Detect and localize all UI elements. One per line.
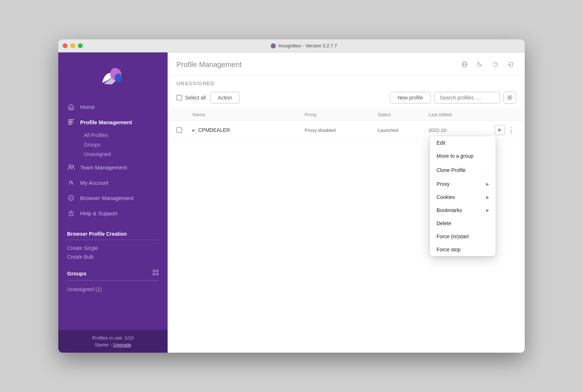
browser-management-label: Browser Management xyxy=(80,195,134,201)
app-body: Home Profile Management All Profiles Gro… xyxy=(58,52,525,353)
my-account-icon xyxy=(67,179,75,187)
minimize-button[interactable] xyxy=(70,43,75,48)
row-proxy: Proxy disabled xyxy=(305,128,377,133)
close-button[interactable] xyxy=(63,43,67,48)
traffic-lights xyxy=(63,43,83,48)
svg-rect-3 xyxy=(70,107,72,110)
help-support-label: Help & Support xyxy=(80,210,117,216)
profiles-in-use: Profiles in use: 1/10 xyxy=(67,335,159,341)
context-menu: Edit Move to a group Clone Profile · Pro… xyxy=(430,136,496,256)
refresh-icon-btn[interactable] xyxy=(459,59,470,70)
upgrade-link[interactable]: Upgrade xyxy=(113,342,131,348)
context-menu-item-clone-profile[interactable]: Clone Profile · xyxy=(430,162,496,177)
reload-icon xyxy=(492,61,498,68)
sidebar-item-my-account[interactable]: My Account xyxy=(58,175,168,190)
reload-btn[interactable] xyxy=(490,59,501,70)
team-management-icon xyxy=(67,163,75,171)
sidebar-nav: Home Profile Management All Profiles Gro… xyxy=(58,99,168,224)
app-logo xyxy=(98,63,128,92)
row-run-button[interactable] xyxy=(495,125,505,135)
row-last-edited: 2022-10- xyxy=(429,128,494,133)
help-support-icon xyxy=(67,209,75,217)
sidebar-item-help-support[interactable]: Help & Support xyxy=(58,205,168,221)
clone-badge: · xyxy=(487,166,489,174)
col-header-name: Name xyxy=(192,112,305,117)
home-label: Home xyxy=(80,104,95,110)
logout-icon xyxy=(507,61,514,68)
profile-management-icon xyxy=(67,118,75,126)
browser-profile-creation-title: Browser Profile Creation xyxy=(67,231,159,237)
groups-edit-icon[interactable] xyxy=(152,269,159,277)
context-menu-item-force-restart[interactable]: Force (re)start xyxy=(430,230,496,243)
svg-marker-16 xyxy=(498,128,501,132)
logout-btn[interactable] xyxy=(505,59,516,70)
page-title: Profile Management xyxy=(176,60,242,69)
team-management-label: Team Management xyxy=(80,164,127,170)
browser-management-icon xyxy=(67,194,75,202)
header-actions xyxy=(459,59,516,70)
groups-divider xyxy=(67,280,159,281)
bookmarks-chevron-icon: ▶ xyxy=(486,208,489,213)
select-all-label: Select all xyxy=(185,95,206,101)
row-menu-button[interactable]: ⋮ xyxy=(507,126,516,134)
action-button[interactable]: Action xyxy=(210,92,240,103)
profile-management-label: Profile Management xyxy=(80,119,132,125)
select-all-checkbox[interactable] xyxy=(176,95,182,101)
app-icon xyxy=(270,43,276,49)
sidebar-item-profile-management[interactable]: Profile Management xyxy=(58,114,168,130)
row-checkbox-wrapper[interactable] xyxy=(176,127,192,133)
toolbar-left: Select all Action xyxy=(176,92,240,103)
maximize-button[interactable] xyxy=(78,43,83,48)
col-header-proxy: Proxy xyxy=(305,112,377,117)
titlebar: Incognition - Version 3.2.7.7 xyxy=(58,39,525,52)
sidebar-subnav: All Profiles Groups Unassigned xyxy=(58,130,168,160)
sidebar: Home Profile Management All Profiles Gro… xyxy=(58,52,168,353)
context-menu-item-cookies[interactable]: Cookies ▶ xyxy=(430,191,496,204)
dark-mode-btn[interactable] xyxy=(474,59,485,70)
section-label: UNASSIGNED xyxy=(168,75,525,86)
search-input[interactable] xyxy=(434,92,500,103)
svg-point-0 xyxy=(271,43,276,48)
context-menu-item-move-to-group[interactable]: Move to a group xyxy=(430,149,496,162)
plan-info: Starter - Upgrade xyxy=(67,342,159,348)
context-menu-item-delete[interactable]: Delete xyxy=(430,217,496,230)
context-menu-item-bookmarks[interactable]: Bookmarks ▶ xyxy=(430,204,496,217)
sidebar-item-all-profiles[interactable]: All Profiles xyxy=(80,130,168,140)
svg-point-5 xyxy=(72,165,74,167)
row-name: ▶ CPMDEALER xyxy=(192,127,305,133)
section-divider xyxy=(67,240,159,240)
sidebar-item-unassigned[interactable]: Unassigned xyxy=(80,149,168,159)
settings-button[interactable] xyxy=(504,91,516,104)
svg-point-15 xyxy=(509,97,511,99)
context-menu-item-force-stop[interactable]: Force stop xyxy=(430,243,496,256)
sidebar-item-groups[interactable]: Groups xyxy=(80,140,168,149)
svg-rect-10 xyxy=(153,273,155,275)
main-header: Profile Management xyxy=(168,52,525,75)
sidebar-item-browser-management[interactable]: Browser Management xyxy=(58,190,168,205)
expand-arrow-icon[interactable]: ▶ xyxy=(192,128,195,132)
main-content: Profile Management xyxy=(168,52,525,353)
home-icon xyxy=(67,103,75,111)
my-account-label: My Account xyxy=(80,180,109,186)
row-status: Launched xyxy=(377,128,429,133)
create-single-link[interactable]: Create Single xyxy=(67,244,159,252)
select-all-wrapper[interactable]: Select all xyxy=(176,95,206,101)
search-wrapper xyxy=(434,92,500,103)
settings-icon xyxy=(507,95,513,101)
new-profile-button[interactable]: New profile xyxy=(390,92,431,103)
sidebar-footer: Profiles in use: 1/10 Starter - Upgrade xyxy=(58,330,168,353)
moon-icon xyxy=(477,61,483,68)
row-checkbox[interactable] xyxy=(176,127,182,133)
sidebar-item-team-management[interactable]: Team Management xyxy=(58,160,168,175)
table-header: Name Proxy Status Last edited xyxy=(168,109,525,121)
col-header-status: Status xyxy=(377,112,429,117)
context-menu-item-edit[interactable]: Edit xyxy=(430,136,496,149)
group-item-unassigned[interactable]: Unassigned (1) xyxy=(58,284,168,294)
context-menu-item-proxy[interactable]: Proxy ▶ xyxy=(430,177,496,191)
row-actions: ⋮ xyxy=(494,125,516,135)
svg-point-7 xyxy=(70,212,72,214)
sidebar-item-home[interactable]: Home xyxy=(58,99,168,114)
col-header-actions xyxy=(494,112,516,117)
sidebar-groups-header: Groups xyxy=(58,264,168,280)
create-bulk-link[interactable]: Create Bulk xyxy=(67,252,159,261)
